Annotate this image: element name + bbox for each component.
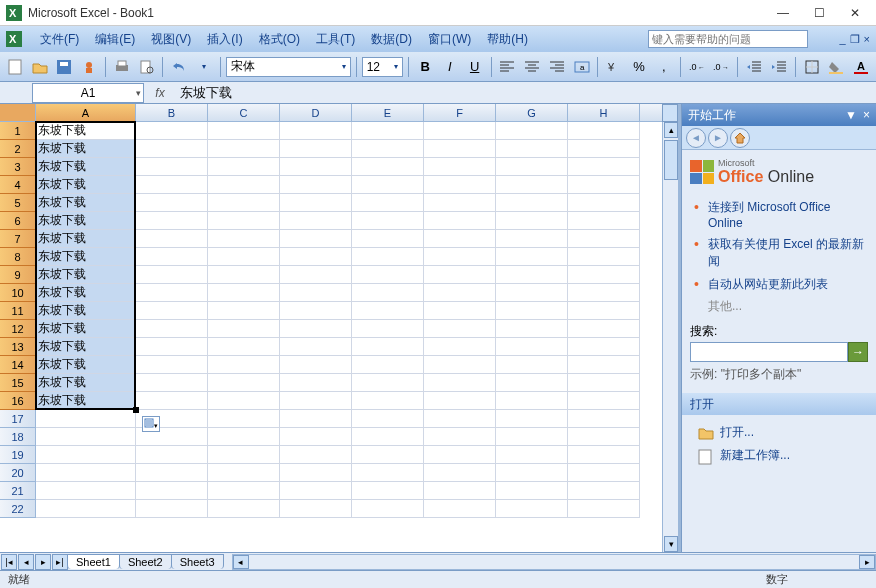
taskpane-search-input[interactable] <box>690 342 848 362</box>
cell[interactable]: 东坡下载 <box>36 302 136 320</box>
align-center-icon[interactable] <box>521 56 543 78</box>
cell[interactable] <box>568 266 640 284</box>
cell[interactable] <box>496 464 568 482</box>
column-header-H[interactable]: H <box>568 104 640 121</box>
cell[interactable] <box>496 392 568 410</box>
cell[interactable] <box>208 500 280 518</box>
row-header[interactable]: 18 <box>0 428 36 446</box>
cell[interactable] <box>424 302 496 320</box>
cell[interactable]: 东坡下载 <box>36 140 136 158</box>
fill-color-icon[interactable] <box>825 56 847 78</box>
cell[interactable] <box>352 482 424 500</box>
cell[interactable] <box>496 212 568 230</box>
cell[interactable] <box>352 392 424 410</box>
cell[interactable] <box>136 266 208 284</box>
cell[interactable] <box>496 500 568 518</box>
cell[interactable] <box>424 428 496 446</box>
cell[interactable] <box>280 374 352 392</box>
cell[interactable] <box>280 194 352 212</box>
scroll-right-icon[interactable]: ▸ <box>859 555 875 569</box>
cell[interactable] <box>208 266 280 284</box>
cell[interactable] <box>36 500 136 518</box>
cell[interactable] <box>568 212 640 230</box>
row-header[interactable]: 13 <box>0 338 36 356</box>
cell[interactable] <box>136 230 208 248</box>
open-icon[interactable] <box>29 56 51 78</box>
link-other[interactable]: 其他... <box>690 298 868 315</box>
workbook-close-button[interactable]: × <box>864 33 870 46</box>
cell[interactable]: 东坡下载 <box>36 356 136 374</box>
cell[interactable] <box>568 464 640 482</box>
cell[interactable] <box>136 392 208 410</box>
cell[interactable] <box>352 428 424 446</box>
cell[interactable] <box>36 464 136 482</box>
link-auto-update[interactable]: 自动从网站更新此列表 <box>708 277 828 291</box>
row-header[interactable]: 19 <box>0 446 36 464</box>
row-header[interactable]: 21 <box>0 482 36 500</box>
cell[interactable] <box>424 446 496 464</box>
cell[interactable] <box>424 356 496 374</box>
cell[interactable] <box>352 284 424 302</box>
cell[interactable] <box>208 482 280 500</box>
cell[interactable] <box>424 284 496 302</box>
cell[interactable]: 东坡下载 <box>36 176 136 194</box>
cell[interactable] <box>568 230 640 248</box>
column-header-G[interactable]: G <box>496 104 568 121</box>
cell[interactable] <box>424 158 496 176</box>
sheet-tab-3[interactable]: Sheet3 <box>171 554 224 569</box>
cell[interactable] <box>424 500 496 518</box>
fill-handle[interactable] <box>133 407 139 413</box>
cell[interactable] <box>568 410 640 428</box>
cell[interactable] <box>496 194 568 212</box>
horizontal-scrollbar[interactable]: ◂ ▸ <box>232 554 876 570</box>
scroll-left-icon[interactable]: ◂ <box>233 555 249 569</box>
cell[interactable] <box>496 338 568 356</box>
row-header[interactable]: 4 <box>0 176 36 194</box>
cell[interactable] <box>208 284 280 302</box>
cell[interactable] <box>496 230 568 248</box>
cell[interactable] <box>208 140 280 158</box>
fx-icon[interactable]: fx <box>150 86 170 100</box>
row-header[interactable]: 5 <box>0 194 36 212</box>
cell[interactable] <box>136 284 208 302</box>
cell[interactable] <box>280 266 352 284</box>
cell[interactable] <box>208 176 280 194</box>
cell[interactable] <box>280 446 352 464</box>
column-header-C[interactable]: C <box>208 104 280 121</box>
window-close-button[interactable]: ✕ <box>848 6 862 20</box>
row-header[interactable]: 12 <box>0 320 36 338</box>
comma-style-icon[interactable]: , <box>653 56 675 78</box>
cell[interactable] <box>352 122 424 140</box>
menu-help[interactable]: 帮助(H) <box>479 28 536 51</box>
menu-insert[interactable]: 插入(I) <box>199 28 250 51</box>
cell[interactable] <box>36 446 136 464</box>
percent-icon[interactable]: % <box>628 56 650 78</box>
cell[interactable] <box>496 140 568 158</box>
cell[interactable] <box>352 320 424 338</box>
cell[interactable] <box>280 158 352 176</box>
cell[interactable] <box>496 356 568 374</box>
formula-input[interactable] <box>176 83 876 103</box>
undo-icon[interactable] <box>168 56 190 78</box>
column-header-F[interactable]: F <box>424 104 496 121</box>
cell[interactable]: 东坡下载 <box>36 122 136 140</box>
cell[interactable] <box>280 230 352 248</box>
link-connect-office[interactable]: 连接到 Microsoft Office Online <box>708 200 830 230</box>
workbook-minimize-button[interactable]: _ <box>839 33 845 46</box>
tab-nav-next-icon[interactable]: ▸ <box>35 554 51 570</box>
sheet-tab-1[interactable]: Sheet1 <box>67 554 120 569</box>
cell[interactable] <box>424 176 496 194</box>
cell[interactable] <box>424 338 496 356</box>
cell[interactable] <box>136 194 208 212</box>
cell[interactable] <box>136 122 208 140</box>
cell[interactable]: 东坡下载 <box>36 212 136 230</box>
cell[interactable] <box>568 356 640 374</box>
workbook-restore-button[interactable]: ❐ <box>850 33 860 46</box>
cell[interactable]: 东坡下载 <box>36 230 136 248</box>
align-right-icon[interactable] <box>546 56 568 78</box>
cell[interactable] <box>352 194 424 212</box>
window-minimize-button[interactable]: — <box>776 6 790 20</box>
cell[interactable] <box>568 140 640 158</box>
bold-button[interactable]: B <box>414 56 436 78</box>
cell[interactable] <box>280 284 352 302</box>
